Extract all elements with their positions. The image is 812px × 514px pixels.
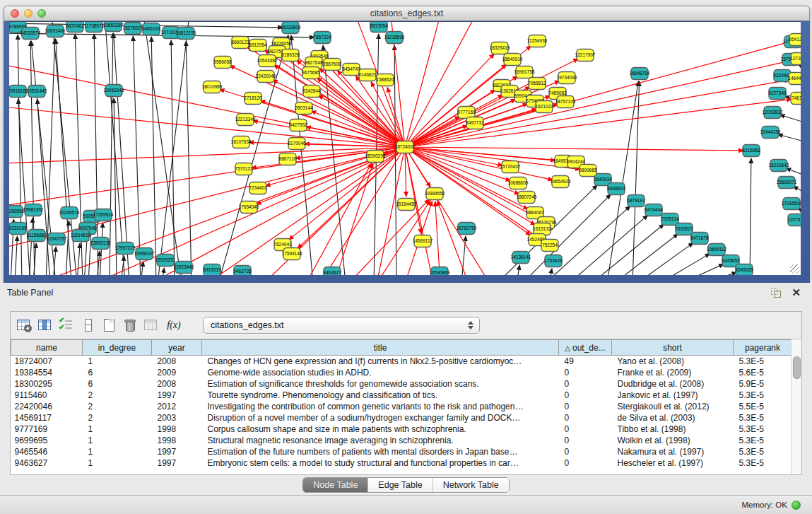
network-node[interactable]: 6879197 (627, 195, 645, 207)
network-node[interactable]: 10654112 (707, 244, 727, 256)
column-header-in_degree[interactable]: in_degree (83, 340, 152, 356)
network-node[interactable]: 17654345 (239, 201, 259, 214)
network-edge[interactable] (779, 115, 801, 123)
tab-node-table[interactable]: Node Table (303, 478, 367, 492)
scrollbar-thumb[interactable] (793, 356, 801, 379)
network-edge[interactable] (517, 265, 519, 275)
network-edge[interactable] (405, 147, 553, 180)
network-edge[interactable] (681, 264, 724, 275)
network-node[interactable]: 16961758 (514, 66, 535, 78)
network-edge[interactable] (437, 201, 469, 275)
network-node[interactable]: 15929251 (155, 255, 176, 267)
network-node[interactable]: 9675685 (302, 67, 320, 79)
network-node[interactable]: 8245065 (735, 264, 753, 276)
column-header-pagerank[interactable]: pagerank (734, 340, 792, 356)
network-node[interactable]: 19384554 (425, 188, 445, 200)
network-node[interactable]: 7857224 (313, 32, 331, 44)
network-node[interactable]: 16530869 (430, 267, 450, 276)
network-node[interactable]: 9146821 (358, 69, 377, 81)
network-edge[interactable] (405, 54, 494, 147)
network-edge[interactable] (320, 147, 405, 275)
citation-network-graph[interactable]: 1872400797869591431557420691406863746211… (9, 22, 801, 275)
network-edge[interactable] (141, 262, 143, 275)
close-panel-icon[interactable]: ✕ (792, 286, 801, 299)
network-edge[interactable] (18, 35, 22, 275)
table-scrollbar[interactable] (791, 339, 801, 474)
table-row[interactable]: 2242004622012Investigating the contribut… (11, 401, 792, 412)
network-node[interactable]: 14569117 (413, 235, 433, 247)
table-column-icon[interactable] (37, 317, 53, 332)
network-node[interactable]: 11156869 (27, 230, 47, 242)
resize-grip-icon[interactable] (790, 264, 799, 274)
column-header-title[interactable]: title (202, 340, 559, 356)
function-builder-icon[interactable]: f(x) (165, 317, 183, 332)
network-node[interactable]: 13505135 (90, 238, 111, 250)
network-node[interactable]: 18325419 (490, 42, 510, 54)
network-edge[interactable] (9, 107, 405, 147)
new-doc-icon[interactable] (101, 317, 117, 332)
network-node[interactable]: 19218596 (384, 32, 405, 44)
table-row[interactable]: 946554611997Estimation of the future num… (11, 446, 792, 457)
network-canvas[interactable]: 1872400797869591431557420691406863746211… (9, 21, 801, 275)
network-edge[interactable] (614, 234, 678, 275)
network-node[interactable]: 10543382 (257, 55, 278, 67)
network-node[interactable]: 9242844 (302, 86, 321, 98)
network-edge[interactable] (162, 268, 164, 275)
network-edge[interactable] (110, 33, 113, 275)
table-selector-dropdown[interactable]: citations_edges.txt (203, 317, 480, 334)
network-node[interactable]: 746121 (791, 93, 801, 105)
network-node[interactable]: 9541372 (789, 34, 801, 46)
network-node[interactable]: 18010989 (202, 81, 223, 93)
network-node[interactable]: 6466163 (142, 23, 160, 35)
network-edge[interactable] (84, 236, 87, 275)
network-edge[interactable] (549, 269, 552, 275)
network-edge[interactable] (435, 201, 440, 275)
network-node[interactable]: 12342757 (47, 233, 67, 245)
network-edge[interactable] (273, 80, 405, 147)
network-node[interactable]: 18807249 (517, 192, 537, 204)
network-edge[interactable] (702, 272, 737, 275)
network-node[interactable]: 7955812 (528, 78, 546, 90)
network-edge[interactable] (323, 45, 346, 275)
table-row[interactable]: 1872400712008Changes of HCN gene express… (11, 356, 792, 368)
network-node[interactable]: 752254 (541, 240, 558, 252)
network-node[interactable]: 16648784 (630, 68, 650, 80)
float-panel-icon[interactable] (771, 288, 781, 298)
network-node[interactable]: 1588520 (376, 74, 394, 86)
network-node[interactable]: 15276027 (123, 23, 143, 35)
network-edge[interactable] (659, 254, 710, 275)
network-edge[interactable] (105, 22, 125, 275)
table-row[interactable]: 969969511998Structural magnetic resonanc… (11, 435, 792, 446)
network-edge[interactable] (334, 163, 373, 275)
table-row[interactable]: 1938455462009Genome-wide association stu… (11, 367, 792, 378)
network-node[interactable]: 9227349 (768, 88, 787, 100)
network-edge[interactable] (97, 251, 100, 275)
network-edge[interactable] (405, 60, 792, 147)
trash-icon[interactable] (122, 317, 138, 332)
network-node[interactable]: 8215953 (742, 145, 760, 157)
network-node[interactable]: 17593148 (282, 248, 302, 260)
network-node[interactable]: 9586058 (213, 57, 232, 69)
network-node[interactable]: 11514519 (71, 230, 91, 242)
network-node[interactable]: 17016504 (782, 198, 801, 210)
network-node[interactable]: 19734093 (557, 72, 577, 84)
network-edge[interactable] (311, 111, 405, 147)
network-node[interactable]: 16210643 (769, 160, 789, 172)
network-edge[interactable] (750, 158, 751, 275)
network-node[interactable]: 18640910 (502, 54, 523, 66)
table-row[interactable]: 911546021997Tourette syndrome. Phenomeno… (11, 390, 792, 401)
network-node[interactable]: 22420046 (256, 71, 276, 83)
column-header-year[interactable]: year (152, 340, 202, 356)
network-node[interactable]: 10958167 (134, 248, 155, 260)
network-edge[interactable] (405, 147, 743, 151)
table-row[interactable]: 946362711997Embryonic stem cells: a mode… (11, 457, 792, 469)
network-node[interactable]: 8471676 (690, 233, 709, 245)
network-node[interactable]: 9474444 (645, 204, 663, 216)
network-edge[interactable] (295, 147, 405, 158)
network-node[interactable]: 11254938 (527, 35, 548, 47)
network-node[interactable]: 14315574 (20, 28, 41, 40)
network-node[interactable]: 2867608 (323, 59, 341, 71)
tab-network-table[interactable]: Network Table (433, 478, 509, 492)
network-edge[interactable] (77, 243, 80, 275)
network-node[interactable]: 8497731 (466, 117, 484, 129)
